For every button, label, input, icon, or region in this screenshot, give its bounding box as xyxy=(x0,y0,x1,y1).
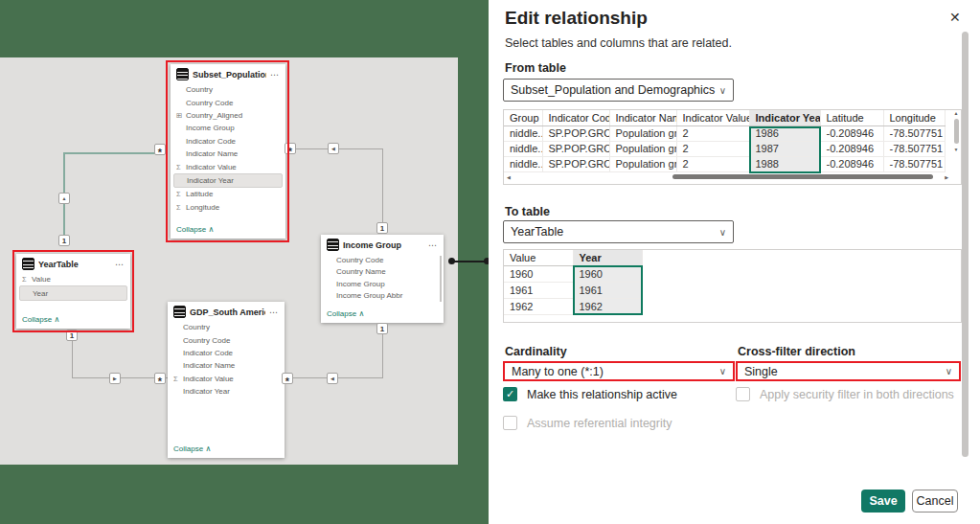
scroll-left-icon[interactable]: ◀ xyxy=(507,174,511,180)
cell[interactable]: 1960 xyxy=(504,265,573,282)
collapse-link[interactable]: Collapse ∧ xyxy=(171,221,285,239)
more-options-icon[interactable]: ⋯ xyxy=(115,260,125,269)
field-country-code[interactable]: Country Code xyxy=(321,254,444,266)
field-indicator-year[interactable]: Indicator Year xyxy=(168,385,285,398)
cell[interactable]: 2 xyxy=(676,141,749,156)
cell[interactable]: niddle... xyxy=(504,141,542,156)
save-button[interactable]: Save xyxy=(861,490,905,513)
make-active-checkbox[interactable]: ✓ xyxy=(503,387,517,401)
close-icon[interactable]: ✕ xyxy=(949,10,961,25)
cancel-button[interactable]: Cancel xyxy=(912,490,958,513)
cross-filter-arrow-icon[interactable]: ▲ xyxy=(58,193,70,204)
cell[interactable]: Population gr... xyxy=(609,141,676,156)
cell[interactable]: SP.POP.GROW xyxy=(542,125,609,141)
cell[interactable]: 1962 xyxy=(504,298,573,314)
relationship-line-subset-income[interactable] xyxy=(382,149,383,224)
from-table-dropdown[interactable]: Subset_Population and Demographics Indic… xyxy=(503,79,734,102)
dialog-scrollbar[interactable] xyxy=(962,32,969,457)
field-indicator-name[interactable]: Indicator Name xyxy=(168,359,285,372)
field-latitude[interactable]: ΣLatitude xyxy=(171,188,285,200)
more-options-icon[interactable]: ⋯ xyxy=(428,240,438,250)
collapse-link[interactable]: Collapse ∧ xyxy=(16,311,130,329)
field-indicator-code[interactable]: Indicator Code xyxy=(171,135,285,148)
cardinality-one-marker[interactable]: 1 xyxy=(58,235,70,246)
column-header[interactable]: Longitude xyxy=(883,110,945,125)
cross-filter-arrow-icon[interactable]: ◀ xyxy=(328,143,339,154)
field-country-aligned[interactable]: ⊞Country_Aligned xyxy=(171,109,285,122)
field-longitude[interactable]: ΣLongitude xyxy=(171,201,285,214)
card-scrollbar[interactable] xyxy=(440,256,442,302)
cell-selected[interactable]: 1986 xyxy=(749,125,820,141)
table-card-header[interactable]: GDP_South America Co... ⋯ xyxy=(168,302,285,321)
scroll-thumb[interactable] xyxy=(672,174,933,179)
relationship-line-subset-yeartable[interactable] xyxy=(63,152,165,154)
column-header[interactable]: Group xyxy=(504,110,542,125)
field-value[interactable]: ΣValue xyxy=(16,273,130,285)
relationship-line-yeartable-gdp[interactable] xyxy=(72,341,73,378)
column-header[interactable]: Latitude xyxy=(820,110,883,125)
cell[interactable]: -0.208946 xyxy=(820,125,883,141)
table-card-subset-population[interactable]: Subset_Population and ... ⋯ Country Coun… xyxy=(171,64,285,239)
cell[interactable]: 1961 xyxy=(504,282,573,298)
field-indicator-value[interactable]: ΣIndicator Value xyxy=(168,373,285,385)
column-header[interactable]: Value xyxy=(504,250,573,265)
field-income-group[interactable]: Income Group xyxy=(171,122,285,134)
cell[interactable]: SP.POP.GROW xyxy=(542,141,609,156)
table-card-header[interactable]: Income Group ⋯ xyxy=(321,235,444,254)
scroll-thumb[interactable] xyxy=(954,119,959,144)
cardinality-many-marker[interactable]: * xyxy=(154,144,166,155)
table-card-income-group[interactable]: Income Group ⋯ Country Code Country Name… xyxy=(321,235,444,323)
relationship-line-gdp-income[interactable] xyxy=(382,334,383,378)
cell[interactable]: -78.507751 xyxy=(883,125,945,141)
column-header-selected[interactable]: Indicator Year xyxy=(749,110,820,125)
column-header[interactable]: Indicator Code xyxy=(542,110,609,125)
field-indicator-name[interactable]: Indicator Name xyxy=(171,148,285,160)
cell[interactable]: -78.507751 xyxy=(883,141,945,156)
field-indicator-value[interactable]: ΣIndicator Value xyxy=(171,160,285,172)
column-header[interactable]: Indicator Value xyxy=(676,110,749,125)
field-country-code[interactable]: Country Code xyxy=(171,96,285,108)
cell[interactable]: Population gr... xyxy=(609,156,676,171)
to-table-dropdown[interactable]: YearTable ∨ xyxy=(503,220,734,243)
grid-vertical-scrollbar[interactable]: ▲ ▼ xyxy=(951,110,961,174)
field-country-name[interactable]: Country Name xyxy=(321,266,444,279)
cell-selected[interactable]: 1987 xyxy=(749,141,820,156)
grid-horizontal-scrollbar[interactable]: ◀ ▶ xyxy=(504,172,951,182)
cardinality-dropdown[interactable]: Many to one (*:1) ∨ xyxy=(503,361,735,381)
more-options-icon[interactable]: ⋯ xyxy=(270,70,280,80)
cardinality-one-marker[interactable]: 1 xyxy=(376,222,388,234)
field-income-group[interactable]: Income Group xyxy=(321,278,444,290)
make-active-label[interactable]: Make this relationship active xyxy=(527,388,677,401)
cell-selected[interactable]: 1961 xyxy=(573,282,642,298)
collapse-link[interactable]: Collapse ∧ xyxy=(168,441,285,458)
cross-filter-arrow-icon[interactable]: ◀ xyxy=(327,373,338,384)
cell-selected[interactable]: 1962 xyxy=(573,298,642,314)
table-card-header[interactable]: YearTable ⋯ xyxy=(16,254,130,273)
cell[interactable]: niddle... xyxy=(504,156,542,171)
table-card-gdp[interactable]: GDP_South America Co... ⋯ Country Countr… xyxy=(168,302,285,458)
scroll-up-icon[interactable]: ▲ xyxy=(954,110,959,116)
field-indicator-year-selected[interactable]: Indicator Year xyxy=(173,173,283,188)
cardinality-one-marker[interactable]: 1 xyxy=(66,330,78,341)
cell[interactable]: 2 xyxy=(676,125,749,141)
field-country-code[interactable]: Country Code xyxy=(168,333,285,346)
cell-selected[interactable]: 1960 xyxy=(573,265,642,282)
collapse-link[interactable]: Collapse ∧ xyxy=(321,306,444,323)
cross-filter-dropdown[interactable]: Single ∨ xyxy=(736,361,961,381)
table-card-header[interactable]: Subset_Population and ... ⋯ xyxy=(171,64,285,83)
cardinality-many-marker[interactable]: * xyxy=(154,373,166,384)
field-indicator-code[interactable]: Indicator Code xyxy=(168,347,285,359)
table-card-yeartable[interactable]: YearTable ⋯ ΣValue Year Collapse ∧ xyxy=(16,254,130,329)
cell[interactable]: -0.208946 xyxy=(820,141,883,156)
cardinality-many-marker[interactable]: * xyxy=(282,373,293,384)
cell[interactable]: niddle... xyxy=(504,125,542,141)
field-year-selected[interactable]: Year xyxy=(19,285,127,300)
cell[interactable]: Population gr... xyxy=(609,125,676,141)
cell[interactable]: SP.POP.GROW xyxy=(542,156,609,171)
more-options-icon[interactable]: ⋯ xyxy=(269,308,279,317)
cardinality-many-marker[interactable]: * xyxy=(285,143,296,154)
cell[interactable]: -0.208946 xyxy=(820,156,883,171)
cell[interactable]: 2 xyxy=(676,156,749,171)
scroll-down-icon[interactable]: ▼ xyxy=(954,147,959,152)
field-income-group-abbr[interactable]: Income Group Abbr xyxy=(321,290,444,303)
